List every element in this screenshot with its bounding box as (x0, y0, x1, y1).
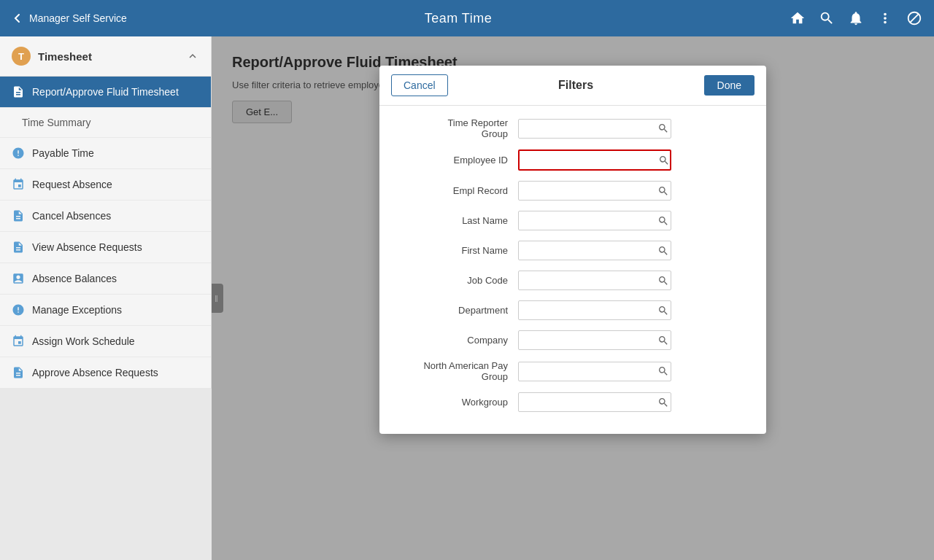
home-icon[interactable] (790, 10, 806, 26)
modal-body: Time ReporterGroup Employee ID (379, 106, 766, 434)
input-wrap-time-reporter-group (518, 119, 671, 139)
sidebar-label-time-summary: Time Summary (22, 117, 90, 128)
search-btn-employee-id[interactable] (654, 152, 674, 169)
search-btn-first-name[interactable] (653, 242, 674, 260)
bell-icon[interactable] (848, 10, 864, 26)
modal-overlay: Cancel Filters Done Time ReporterGroup (212, 36, 934, 560)
search-btn-company[interactable] (653, 332, 674, 349)
balance-icon (12, 272, 25, 285)
payable-icon (12, 147, 25, 160)
input-company[interactable] (519, 331, 653, 349)
back-label: Manager Self Service (29, 12, 127, 24)
label-department: Department (394, 305, 518, 316)
top-bar: Manager Self Service Team Time (0, 0, 934, 36)
filter-row-first-name: First Name (394, 241, 752, 260)
back-navigation[interactable]: Manager Self Service (12, 12, 127, 24)
input-wrap-company (518, 330, 671, 350)
filter-row-workgroup: Workgroup (394, 392, 752, 412)
search-icon-first-name (657, 245, 669, 257)
sidebar-section-label: Timesheet (38, 50, 92, 63)
label-last-name: Last Name (394, 215, 518, 226)
search-icon-company (657, 335, 669, 346)
search-icon-workgroup (657, 397, 669, 408)
input-time-reporter-group[interactable] (519, 120, 653, 138)
cancel-button[interactable]: Cancel (391, 74, 448, 96)
sidebar-item-cancel-absences[interactable]: Cancel Absences (0, 201, 211, 232)
sidebar-label-approve-absence-requests: Approve Absence Requests (32, 367, 158, 378)
sidebar-item-manage-exceptions[interactable]: Manage Exceptions (0, 295, 211, 326)
input-north-american-pay-group[interactable] (519, 362, 653, 381)
search-icon-time-reporter-group (657, 122, 669, 134)
input-job-code[interactable] (519, 271, 653, 289)
sidebar-label-assign-work-schedule: Assign Work Schedule (32, 335, 135, 347)
collapse-icon[interactable] (186, 50, 199, 63)
search-icon-employee-id (658, 155, 670, 166)
schedule-icon (12, 335, 25, 348)
input-wrap-employee-id (518, 149, 671, 171)
sidebar-item-request-absence[interactable]: Request Absence (0, 169, 211, 201)
block-icon[interactable] (906, 10, 922, 26)
input-wrap-last-name (518, 211, 671, 230)
input-department[interactable] (519, 301, 653, 319)
back-arrow-icon (12, 12, 23, 24)
input-wrap-job-code (518, 271, 671, 290)
search-icon-department (657, 305, 669, 316)
input-wrap-workgroup (518, 392, 671, 412)
sidebar-section-header: T Timesheet (0, 36, 211, 77)
sidebar-item-report-approve[interactable]: Report/Approve Fluid Timesheet (0, 77, 211, 108)
sidebar-label-absence-balances: Absence Balances (32, 273, 117, 284)
sidebar-label-view-absence-requests: View Absence Requests (32, 241, 142, 253)
main-content: Report/Approve Fluid Timesheet Use filte… (212, 36, 934, 560)
label-employee-id: Employee ID (394, 155, 518, 166)
filter-row-last-name: Last Name (394, 211, 752, 230)
modal-header: Cancel Filters Done (379, 66, 766, 106)
search-icon[interactable] (819, 10, 835, 26)
sidebar-label-cancel-absences: Cancel Absences (32, 210, 111, 222)
label-north-american-pay-group: North American PayGroup (394, 360, 518, 382)
label-job-code: Job Code (394, 275, 518, 286)
label-empl-record: Empl Record (394, 185, 518, 196)
sidebar-label-request-absence: Request Absence (32, 179, 112, 190)
done-button[interactable]: Done (704, 75, 754, 96)
input-last-name[interactable] (519, 211, 653, 230)
sidebar-section-title: T Timesheet (12, 47, 92, 66)
sidebar-item-approve-absence-requests[interactable]: Approve Absence Requests (0, 357, 211, 389)
sidebar-wrapper: T Timesheet Report/Approve Fluid Timeshe… (0, 36, 212, 560)
input-employee-id[interactable] (520, 151, 654, 169)
view-icon (12, 241, 25, 254)
search-icon-last-name (657, 215, 669, 227)
search-icon-empl-record (657, 185, 669, 197)
sidebar-item-view-absence-requests[interactable]: View Absence Requests (0, 232, 211, 263)
label-time-reporter-group: Time ReporterGroup (394, 117, 518, 139)
search-icon-north-american-pay-group (657, 365, 669, 377)
sidebar-label-report-approve: Report/Approve Fluid Timesheet (32, 86, 179, 98)
filter-row-north-american-pay-group: North American PayGroup (394, 360, 752, 382)
input-workgroup[interactable] (519, 393, 653, 411)
input-first-name[interactable] (519, 241, 653, 260)
filter-row-job-code: Job Code (394, 271, 752, 290)
search-btn-empl-record[interactable] (653, 182, 674, 200)
label-company: Company (394, 335, 518, 346)
sidebar-label-manage-exceptions: Manage Exceptions (32, 304, 122, 316)
input-empl-record[interactable] (519, 182, 653, 200)
search-btn-time-reporter-group[interactable] (653, 120, 674, 137)
search-btn-department[interactable] (653, 302, 674, 319)
timesheet-icon (12, 85, 25, 98)
search-btn-job-code[interactable] (653, 272, 674, 289)
sidebar-label-payable-time: Payable Time (32, 147, 94, 159)
more-icon[interactable] (877, 10, 893, 26)
search-btn-north-american-pay-group[interactable] (653, 362, 674, 380)
top-bar-actions (790, 10, 922, 26)
sidebar-item-payable-time[interactable]: Payable Time (0, 138, 211, 169)
modal-title: Filters (558, 79, 593, 92)
cancel-icon (12, 209, 25, 222)
sidebar-item-assign-work-schedule[interactable]: Assign Work Schedule (0, 326, 211, 357)
search-btn-last-name[interactable] (653, 212, 674, 230)
search-btn-workgroup[interactable] (653, 394, 674, 411)
filter-row-empl-record: Empl Record (394, 181, 752, 201)
input-wrap-first-name (518, 241, 671, 260)
avatar: T (12, 47, 31, 66)
sidebar-item-time-summary[interactable]: Time Summary (0, 108, 211, 138)
sidebar-item-absence-balances[interactable]: Absence Balances (0, 263, 211, 295)
filters-modal: Cancel Filters Done Time ReporterGroup (379, 66, 766, 434)
